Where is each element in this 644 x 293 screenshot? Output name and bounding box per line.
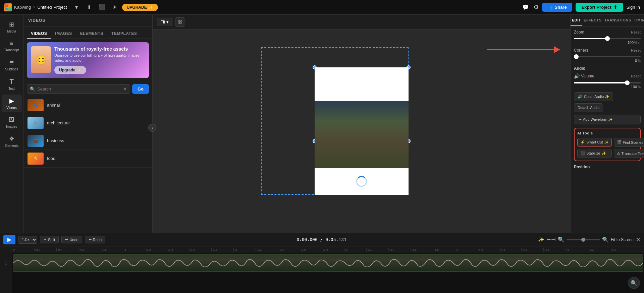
fit-dropdown[interactable]: Fit ▾ [157,18,172,26]
ruler-tick: :0.4 [56,248,78,251]
ruler-tick: :1.4 [167,248,189,251]
redo-button[interactable]: ↪ Redo [85,236,105,243]
go-button[interactable]: Go [132,84,149,94]
close-timeline-button[interactable]: ✕ [636,236,641,243]
trim-icon[interactable]: ⊢⊣ [546,236,556,243]
lightning-icon: ⚡ [580,140,585,144]
corners-label: Corners [574,48,588,53]
bottom-search-button[interactable]: 🔍 [628,277,640,289]
volume-reset[interactable]: Reset [631,74,641,78]
translate-label: Translate Text [622,152,644,156]
project-name[interactable]: Untitled Project [37,5,67,10]
translate-text-button[interactable]: ⚠ Translate Text [614,149,644,158]
tab-templates[interactable]: TEMPLATES [107,29,141,39]
undo-button[interactable]: ↩ Undo [61,236,82,243]
lightbulb-icon[interactable]: ☀ [110,3,119,12]
timeline-tracks: 1 [0,253,644,293]
smart-cut-button[interactable]: ⚡ Smart Cut ✨ [577,138,612,147]
text-icon: T [9,78,13,85]
zoom-label: Zoom [574,30,584,35]
fit-to-screen-button[interactable]: Fit to Screen [611,237,634,242]
sidebar-item-subtitles[interactable]: ≣ Subtitles [2,56,22,74]
zoom-slider-timeline[interactable] [567,239,600,240]
sidebar-item-transcript[interactable]: ≡ Transcript [2,37,22,55]
sidebar-item-label-elements: Elements [5,144,19,148]
zoom-slider-thumb[interactable] [605,36,610,41]
tab-transitions[interactable]: TRANSITIONS [603,15,633,26]
list-item[interactable]: 🏛 architecture [23,114,152,132]
corners-slider[interactable] [574,56,641,57]
volume-slider-thumb[interactable] [625,80,630,85]
topnav-icons: ▾ ⬆ ⬛ ☀ [72,3,119,12]
detach-audio-button[interactable]: Detach Audio [574,103,603,112]
banner-title: Thousands of royalty-free assets [54,46,145,52]
app-name[interactable]: Kapwing [14,5,31,10]
zoom-thumb-timeline[interactable] [581,238,585,242]
sidebar-item-label-text: Text [8,87,14,91]
export-icon: ⬆ [613,5,617,10]
banner-upgrade-button[interactable]: Upgrade ✨ [54,66,86,74]
speed-select[interactable]: 1.0x 0.5x 1.5x 2.0x [18,236,37,244]
share-button[interactable]: 👥 Share [542,3,572,12]
tab-edit[interactable]: EDIT [571,15,582,26]
tab-elements[interactable]: ELEMENTS [76,29,107,39]
corners-slider-thumb[interactable] [574,54,579,59]
tab-timing[interactable]: TIMING [633,15,644,26]
stabilize-button[interactable]: ⬛ Stabilize ✨ [577,149,612,158]
translate-icon: ⚠ [617,151,620,156]
link-icon[interactable]: ⛓ [175,17,185,27]
tab-videos[interactable]: VIDEOS [27,29,51,39]
zoom-out-icon[interactable]: 🔍 [558,236,565,243]
track-clip[interactable] [13,254,643,272]
ai-tools-grid: ⚡ Smart Cut ✨ 🎬 Find Scenes ⬛ Stabilize … [577,138,637,158]
volume-icon: 🔊 [574,73,580,79]
list-item[interactable]: 🐾 animal [23,97,152,114]
zoom-diamond-icon[interactable]: ◇ [638,41,641,45]
search-clear-icon[interactable]: ✕ [123,86,127,92]
video-thumb-animal: 🐾 [28,99,44,111]
media-icon[interactable]: ⬛ [97,3,107,12]
add-waveform-button[interactable]: 〜 Add Waveform ✨ [574,115,641,124]
export-button[interactable]: Export Project ⬆ [576,3,623,12]
sidebar-item-images[interactable]: 🖼 Images [2,114,22,131]
canvas-viewport[interactable] [153,30,570,233]
settings-icon[interactable]: ⚙ [534,4,539,11]
signin-button[interactable]: Sign In [627,5,640,10]
chevron-down-icon[interactable]: ▾ [72,3,81,12]
clean-audio-button[interactable]: 🔊 Clean Audio ✨ [574,92,613,101]
share-upload-icon[interactable]: ⬆ [85,3,94,12]
track-number: 1 [0,253,12,273]
zoom-reset[interactable]: Reset [631,30,641,34]
panel-collapse-button[interactable]: ‹ [148,124,156,132]
arrow-annotation [487,46,560,53]
magic-icon[interactable]: ✨ [538,236,544,243]
tab-effects[interactable]: EFFECTS [582,15,603,26]
logo-icon [4,3,12,11]
zoom-slider-track [574,38,641,39]
zoom-slider[interactable] [574,38,641,39]
corners-reset[interactable]: Reset [631,48,641,52]
search-input[interactable] [37,84,121,94]
sidebar-item-elements[interactable]: ❖ Elements [2,132,22,150]
video-thumb-food: 🍕 [28,153,44,165]
chat-icon[interactable]: 💬 [521,3,530,12]
corners-value-row: 0 % [574,59,641,63]
zoom-in-icon[interactable]: 🔍 [602,236,609,243]
tab-images[interactable]: IMAGES [51,29,76,39]
sidebar-item-media[interactable]: ⊞ Media [2,18,22,36]
sidebar-item-text[interactable]: T Text [2,75,22,93]
audio-buttons-row: 🔊 Clean Audio ✨ Detach Audio [574,92,641,112]
volume-unit: % [638,85,641,89]
find-scenes-button[interactable]: 🎬 Find Scenes [614,138,644,147]
clean-audio-label: Clean Audio ✨ [584,95,609,99]
split-button[interactable]: ✂ Split [40,236,59,243]
chevron-down-icon: ▾ [166,19,169,24]
play-button[interactable]: ▶ [3,235,15,244]
volume-slider[interactable] [574,82,641,83]
list-item[interactable]: 💼 business [23,132,152,150]
upgrade-button[interactable]: UPGRADE ✨ [122,4,158,11]
list-item[interactable]: 🍕 food [23,150,152,168]
sidebar-item-videos[interactable]: ▶ Videos [2,95,22,112]
ruler-tick: :4.6 [521,248,543,251]
ruler-tick: :5.4 [610,248,632,251]
